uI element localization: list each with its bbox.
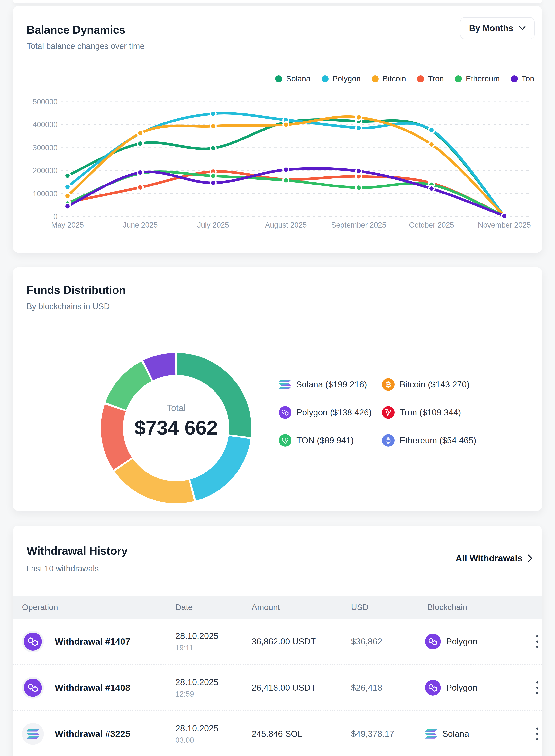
funds-legend-label: Solana ($199 216)	[296, 380, 367, 389]
date-cell: 28.10.2025 03:00	[175, 723, 218, 745]
all-withdrawals-link[interactable]: All Withdrawals	[456, 553, 532, 564]
funds-legend-item-ton: TON ($89 941)	[279, 434, 382, 447]
date-cell: 28.10.2025 12:59	[175, 677, 218, 698]
data-point-bitcoin	[283, 122, 289, 128]
date-value: 28.10.2025	[175, 723, 218, 733]
operation-icon-wrap	[22, 723, 44, 745]
blockchain-name: Polygon	[446, 683, 477, 693]
data-point-ton	[283, 167, 289, 173]
date-cell: 28.10.2025 19:11	[175, 631, 218, 652]
data-point-ton	[210, 180, 216, 186]
funds-legend-item-tron: Tron ($109 344)	[382, 406, 476, 419]
data-point-bitcoin	[138, 130, 143, 136]
time-value: 12:59	[175, 690, 218, 698]
data-point-ethereum	[283, 177, 289, 183]
funds-legend-label: Ethereum ($54 465)	[399, 436, 476, 445]
x-axis-tick: October 2025	[409, 221, 454, 229]
withdrawals-table-body: Withdrawal #1407 28.10.2025 19:11 36,862…	[12, 619, 543, 756]
table-row[interactable]: Withdrawal #1407 28.10.2025 19:11 36,862…	[12, 619, 543, 664]
usd-cell: $26,418	[351, 683, 382, 693]
y-axis-tick: 200000	[33, 167, 57, 175]
data-point-polygon	[210, 111, 216, 117]
svg-text:₿: ₿	[385, 380, 391, 389]
data-point-solana	[210, 145, 216, 151]
operation-name: Withdrawal #1408	[55, 682, 130, 693]
x-axis-tick: July 2025	[197, 221, 229, 229]
funds-legend-item-solana: Solana ($199 216)	[279, 378, 382, 391]
time-value: 03:00	[175, 736, 218, 745]
all-withdrawals-label: All Withdrawals	[456, 553, 522, 564]
row-menu-kebab-icon[interactable]	[535, 726, 540, 742]
row-menu-kebab-icon[interactable]	[535, 680, 540, 696]
solana-icon	[27, 729, 39, 739]
funds-legend-item-bitcoin: ₿ Bitcoin ($143 270)	[382, 378, 476, 391]
funds-legend-label: Polygon ($138 426)	[297, 407, 372, 417]
data-point-ton	[429, 186, 434, 191]
column-header-usd: USD	[351, 595, 369, 619]
y-axis-tick: 100000	[33, 189, 57, 198]
funds-card-title: Funds Distribution	[27, 283, 126, 297]
donut-slice-ton	[116, 371, 146, 406]
polygon-icon	[279, 406, 291, 419]
amount-cell: 36,862.00 USDT	[252, 637, 316, 647]
usd-cell: $36,862	[351, 637, 382, 647]
date-value: 28.10.2025	[175, 631, 218, 641]
data-point-ton	[138, 170, 143, 175]
funds-legend-label: TON ($89 941)	[297, 436, 354, 445]
funds-card-subtitle: By blockchains in USD	[27, 302, 110, 311]
polygon-icon	[24, 679, 42, 697]
data-point-bitcoin	[356, 115, 361, 120]
tron-icon	[382, 406, 394, 419]
funds-legend-item-polygon: Polygon ($138 426)	[279, 406, 382, 419]
period-dropdown-label: By Months	[469, 23, 513, 33]
data-point-ton	[65, 204, 71, 209]
ethereum-icon	[382, 434, 394, 447]
x-axis-tick: November 2025	[478, 221, 531, 229]
row-menu-kebab-icon[interactable]	[535, 634, 540, 650]
column-header-amount: Amount	[252, 595, 280, 619]
time-value: 19:11	[175, 644, 218, 652]
table-row[interactable]: Withdrawal #3225 28.10.2025 03:00 245.84…	[12, 710, 543, 756]
data-point-ethereum	[356, 185, 361, 190]
funds-legend-label: Bitcoin ($143 270)	[399, 380, 469, 389]
data-point-polygon	[356, 125, 361, 131]
blockchain-name: Polygon	[446, 637, 477, 647]
amount-cell: 26,418.00 USDT	[252, 683, 316, 693]
data-point-polygon	[65, 184, 71, 189]
chevron-down-icon	[519, 26, 526, 30]
table-row[interactable]: Withdrawal #1408 28.10.2025 12:59 26,418…	[12, 664, 543, 710]
data-point-solana	[138, 141, 143, 146]
column-header-operation: Operation	[22, 595, 58, 619]
y-axis-tick: 400000	[33, 121, 57, 129]
operation-icon-wrap	[22, 631, 44, 653]
data-point-ton	[356, 168, 361, 174]
withdrawals-card-title: Withdrawal History	[27, 544, 128, 557]
data-point-polygon	[429, 127, 434, 133]
balance-card-title: Balance Dynamics	[27, 23, 125, 36]
column-header-date: Date	[175, 595, 193, 619]
solana-icon	[425, 729, 437, 739]
blockchain-cell: Polygon	[425, 634, 477, 650]
donut-total-value: $734 662	[118, 416, 235, 439]
solana-icon	[279, 380, 291, 389]
data-point-solana	[65, 173, 71, 179]
period-dropdown[interactable]: By Months	[460, 17, 535, 39]
usd-cell: $49,378.17	[351, 729, 394, 739]
donut-total-label: Total	[118, 403, 235, 413]
withdrawals-table-header: OperationDateAmountUSDBlockchain	[12, 595, 543, 619]
data-point-ethereum	[210, 173, 216, 179]
polygon-icon	[24, 632, 42, 651]
data-point-tron	[138, 184, 143, 190]
previous-card-bottom-edge	[12, 0, 543, 3]
balance-dynamics-card: Balance Dynamics Total balance changes o…	[12, 6, 543, 253]
y-axis-tick: 0	[53, 213, 57, 221]
funds-distribution-card: Funds Distribution By blockchains in USD…	[12, 267, 543, 511]
amount-cell: 245.846 SOL	[252, 729, 302, 739]
donut-slice-ethereum	[148, 364, 175, 370]
donut-slice-polygon	[193, 438, 240, 490]
balance-card-subtitle: Total balance changes over time	[27, 42, 144, 51]
y-axis-tick: 500000	[33, 98, 57, 106]
blockchain-cell: Polygon	[425, 680, 477, 696]
date-value: 28.10.2025	[175, 677, 218, 687]
bitcoin-icon: ₿	[382, 378, 394, 391]
